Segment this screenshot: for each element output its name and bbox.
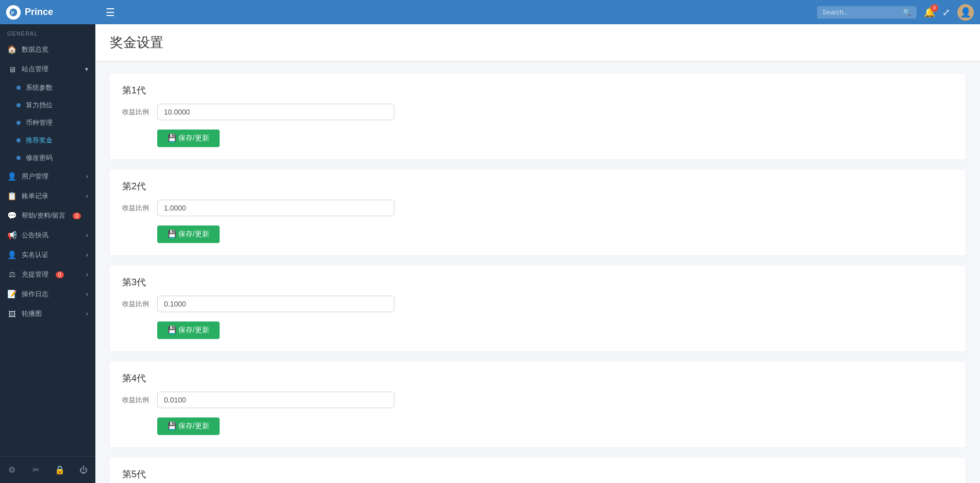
brand-icon: P: [6, 5, 21, 20]
gen3-title: 第3代: [122, 276, 953, 288]
chevron-right-icon: ›: [86, 271, 88, 278]
dot-icon: [16, 86, 21, 90]
gen3-save-button[interactable]: 💾 保存/更新: [157, 321, 220, 339]
gen3-ratio-input[interactable]: [157, 296, 394, 312]
chevron-right-icon: ›: [86, 173, 88, 180]
chevron-right-icon: ›: [86, 291, 88, 298]
gen2-block: 第2代 收益比例 💾 保存/更新: [110, 170, 966, 255]
chevron-right-icon: ›: [86, 251, 88, 259]
gen4-form-row: 收益比例: [122, 392, 953, 408]
sidebar-item-sys-params[interactable]: 系统参数: [14, 79, 95, 96]
brand-name: Prince: [25, 7, 53, 18]
sidebar-item-user-manage[interactable]: 👤 用户管理 ›: [0, 167, 95, 186]
home-icon: 🏠: [7, 45, 16, 54]
topnav: P Prince ☰ 🔍 🔔 0 ⤢ 👤: [0, 0, 980, 24]
gen3-ratio-label: 收益比例: [122, 299, 151, 309]
sidebar-item-referral-bonus[interactable]: 推荐奖金: [14, 132, 95, 149]
gen2-title: 第2代: [122, 180, 953, 192]
gen4-save-button[interactable]: 💾 保存/更新: [157, 417, 220, 435]
gen1-form-row: 收益比例: [122, 104, 953, 120]
sidebar-item-site-manage[interactable]: 🖥 站点管理 ▾: [0, 59, 95, 79]
search-input[interactable]: [822, 8, 900, 16]
sidebar-item-referral-bonus-label: 推荐奖金: [26, 136, 53, 145]
user-icon: 👤: [7, 172, 16, 181]
id-icon: 👤: [7, 250, 16, 260]
sidebar-item-real-name[interactable]: 👤 实名认证 ›: [0, 245, 95, 265]
sidebar: GENERAL 🏠 数据总览 🖥 站点管理 ▾ 系统参数 算力挡位 币种管理: [0, 24, 95, 483]
announce-icon: 📢: [7, 231, 16, 240]
gen4-title: 第4代: [122, 372, 953, 384]
search-icon: 🔍: [903, 8, 911, 17]
sidebar-item-change-pwd-label: 修改密码: [26, 153, 53, 163]
sidebar-item-change-pwd[interactable]: 修改密码: [14, 149, 95, 167]
chevron-down-icon: ▾: [85, 66, 88, 73]
chevron-right-icon: ›: [86, 232, 88, 239]
gen3-form-row: 收益比例: [122, 296, 953, 312]
page-header: 奖金设置: [95, 24, 980, 61]
sidebar-item-site-manage-label: 站点管理: [22, 65, 48, 74]
sidebar-item-announcement[interactable]: 📢 公告快讯 ›: [0, 226, 95, 245]
hamburger-button[interactable]: ☰: [102, 4, 119, 21]
gen2-ratio-label: 收益比例: [122, 203, 151, 213]
sidebar-item-recharge-label: 充提管理: [22, 270, 48, 279]
dot-icon: [16, 138, 21, 142]
gen1-ratio-input[interactable]: [157, 104, 394, 120]
gen1-title: 第1代: [122, 84, 953, 96]
chat-icon: 💬: [7, 211, 16, 220]
gen5-block: 第5代 收益比例 💾 保存/更新: [110, 458, 966, 483]
gen3-block: 第3代 收益比例 💾 保存/更新: [110, 266, 966, 351]
monitor-icon: 🖥: [7, 65, 16, 74]
gen2-ratio-input[interactable]: [157, 200, 394, 216]
bell-badge: 0: [931, 4, 938, 12]
layout: GENERAL 🏠 数据总览 🖥 站点管理 ▾ 系统参数 算力挡位 币种管理: [0, 24, 980, 483]
gen1-block: 第1代 收益比例 💾 保存/更新: [110, 74, 966, 159]
main-content: 奖金设置 第1代 收益比例 💾 保存/更新 第2代 收益比例 💾 保存/更新: [95, 24, 980, 483]
sidebar-item-operation-log-label: 操作日志: [22, 289, 48, 299]
sidebar-item-recharge[interactable]: ⚖ 充提管理 0 ›: [0, 265, 95, 284]
lock-button[interactable]: 🔒: [48, 461, 72, 479]
sidebar-item-account-records[interactable]: 📋 账单记录 ›: [0, 186, 95, 206]
settings-button[interactable]: ⚙: [0, 461, 24, 479]
sidebar-item-overview[interactable]: 🏠 数据总览: [0, 40, 95, 59]
gen2-form-row: 收益比例: [122, 200, 953, 216]
gen1-save-button[interactable]: 💾 保存/更新: [157, 130, 220, 147]
sidebar-item-hashrate[interactable]: 算力挡位: [14, 96, 95, 114]
sidebar-item-currency-label: 币种管理: [26, 118, 53, 127]
tools-button[interactable]: ✂: [24, 461, 47, 479]
gen1-ratio-label: 收益比例: [122, 107, 151, 117]
sidebar-sub-site-manage: 系统参数 算力挡位 币种管理 推荐奖金 修改密码: [0, 79, 95, 167]
dot-icon: [16, 156, 21, 160]
page-body: 第1代 收益比例 💾 保存/更新 第2代 收益比例 💾 保存/更新 第3代: [95, 61, 980, 483]
gen4-ratio-label: 收益比例: [122, 395, 151, 405]
chevron-right-icon: ›: [86, 310, 88, 317]
sidebar-item-user-manage-label: 用户管理: [22, 172, 48, 181]
gen4-ratio-input[interactable]: [157, 392, 394, 408]
fullscreen-button[interactable]: ⤢: [942, 7, 950, 18]
gen4-block: 第4代 收益比例 💾 保存/更新: [110, 362, 966, 447]
log-icon: 📝: [7, 289, 16, 299]
sidebar-item-account-records-label: 账单记录: [22, 191, 48, 201]
sidebar-item-carousel[interactable]: 🖼 轮播图 ›: [0, 304, 95, 324]
svg-text:P: P: [11, 10, 14, 15]
sidebar-item-help[interactable]: 💬 帮助/资料/留言 0: [0, 206, 95, 226]
sidebar-item-announcement-label: 公告快讯: [22, 231, 48, 240]
sidebar-item-currency[interactable]: 币种管理: [14, 114, 95, 132]
sidebar-item-help-label: 帮助/资料/留言: [22, 211, 65, 220]
sidebar-bottom: ⚙ ✂ 🔒 ⏻: [0, 456, 95, 483]
avatar[interactable]: 👤: [957, 4, 974, 21]
topnav-right: 🔍 🔔 0 ⤢ 👤: [817, 4, 974, 21]
power-button[interactable]: ⏻: [72, 461, 95, 479]
image-icon: 🖼: [7, 310, 16, 318]
chevron-right-icon: ›: [86, 192, 88, 200]
sidebar-item-real-name-label: 实名认证: [22, 250, 48, 260]
gen2-save-button[interactable]: 💾 保存/更新: [157, 226, 220, 243]
gen5-title: 第5代: [122, 468, 953, 480]
sidebar-item-operation-log[interactable]: 📝 操作日志 ›: [0, 284, 95, 304]
sidebar-item-carousel-label: 轮播图: [22, 309, 42, 318]
ledger-icon: 📋: [7, 191, 16, 201]
balance-icon: ⚖: [7, 270, 16, 279]
recharge-badge: 0: [56, 271, 64, 278]
bell-button[interactable]: 🔔 0: [924, 7, 935, 18]
dot-icon: [16, 103, 21, 107]
dot-icon: [16, 121, 21, 125]
